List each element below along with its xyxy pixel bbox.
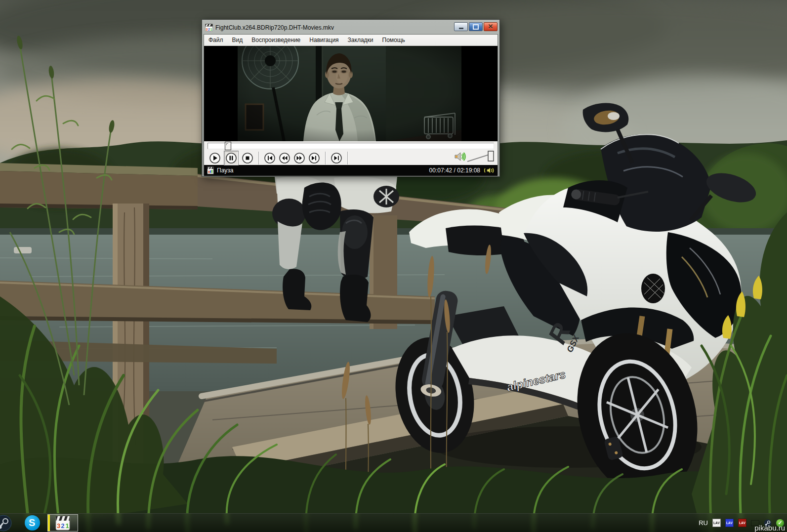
video-area[interactable] <box>204 46 497 141</box>
lav-video-icon[interactable]: LAV <box>738 519 746 527</box>
separator <box>325 152 326 164</box>
skype-icon: S <box>25 515 40 531</box>
window-title: FightClub.x264.BDRip720p.DHT-Movies.mkv <box>215 24 334 31</box>
separator <box>347 152 348 164</box>
playback-state: Пауза <box>217 167 233 174</box>
status-file-icon <box>207 166 214 174</box>
taskbar: S 3 2 1 RU LAV LAV LAV ✓ pikabu.ru <box>0 513 787 532</box>
lav-splitter-icon[interactable]: LAV <box>712 519 721 527</box>
seek-thumb[interactable] <box>225 142 231 150</box>
minimize-button[interactable] <box>454 22 468 31</box>
svg-text:2: 2 <box>208 28 210 31</box>
close-button[interactable]: ✕ <box>484 22 497 31</box>
taskbar-skype-button[interactable]: S <box>23 514 41 532</box>
svg-text:1: 1 <box>210 28 212 31</box>
mpc-taskbar-icon: 3 2 1 <box>55 516 70 531</box>
rewind-button[interactable] <box>279 152 290 164</box>
svg-text:2: 2 <box>61 522 65 530</box>
titlebar[interactable]: 3 2 1 FightClub.x264.BDRip720p.DHT-Movie… <box>204 21 498 34</box>
skip-back-button[interactable] <box>264 152 276 164</box>
active-app-indicator <box>48 515 50 531</box>
menu-item-view[interactable]: Вид <box>228 35 248 45</box>
play-button[interactable] <box>209 152 221 164</box>
watermark: pikabu.ru <box>754 524 785 532</box>
status-bar: Пауза 00:07:42 / 02:19:08 <box>204 165 497 176</box>
time-display: 00:07:42 / 02:19:08 <box>429 167 480 174</box>
svg-text:3: 3 <box>57 522 60 530</box>
menu-item-navigation[interactable]: Навигация <box>305 35 343 45</box>
svg-text:3: 3 <box>206 28 208 31</box>
control-bar <box>204 141 497 165</box>
menu-item-playback[interactable]: Воспроизведение <box>247 35 305 45</box>
maximize-button[interactable] <box>469 22 483 31</box>
volume-thumb <box>488 151 494 161</box>
mpc-app-icon: 3 2 1 <box>205 24 213 32</box>
taskbar-steam-button[interactable] <box>0 514 12 532</box>
volume-icon[interactable] <box>454 151 467 162</box>
volume-slider[interactable] <box>467 150 495 164</box>
lav-audio-icon[interactable]: LAV <box>725 519 734 527</box>
menu-item-bookmarks[interactable]: Закладки <box>343 35 378 45</box>
audio-status-icon <box>484 167 495 174</box>
seek-bar[interactable] <box>207 143 494 149</box>
desktop: alpinestars <box>0 0 787 532</box>
step-button[interactable] <box>331 152 342 164</box>
separator <box>258 152 259 164</box>
video-frame <box>238 46 461 141</box>
media-player-window: 3 2 1 FightClub.x264.BDRip720p.DHT-Movie… <box>202 19 500 177</box>
menu-item-help[interactable]: Помощь <box>378 35 410 45</box>
pause-button[interactable] <box>224 151 239 165</box>
skip-forward-button[interactable] <box>308 152 320 164</box>
fast-forward-button[interactable] <box>293 152 305 164</box>
language-indicator[interactable]: RU <box>699 519 708 527</box>
taskbar-mpc-button[interactable]: 3 2 1 <box>47 514 78 532</box>
menu-item-file[interactable]: Файл <box>204 35 228 45</box>
steam-icon <box>0 515 12 532</box>
menu-bar: Файл Вид Воспроизведение Навигация Закла… <box>204 35 497 46</box>
svg-text:1: 1 <box>66 522 69 530</box>
stop-button[interactable] <box>242 152 253 164</box>
